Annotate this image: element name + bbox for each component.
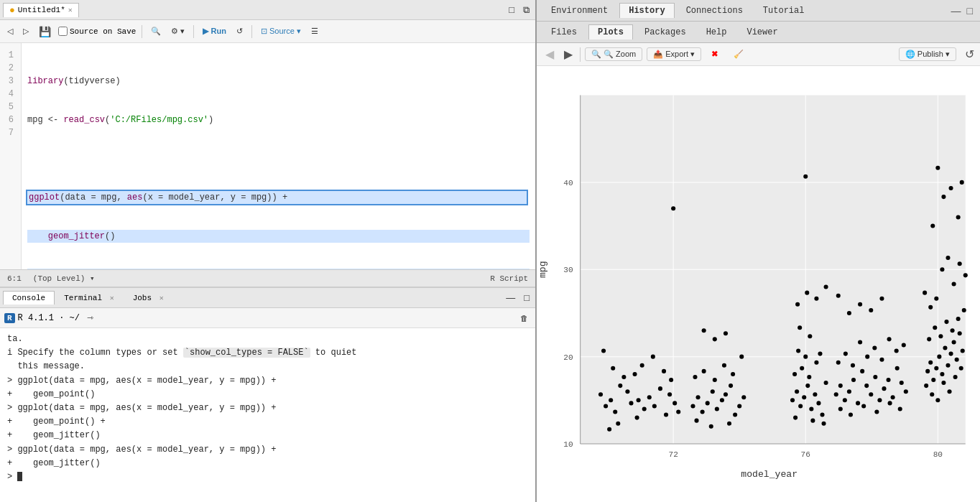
- point: [601, 349, 606, 353]
- point: [951, 328, 955, 333]
- console-maximize-btn[interactable]: □: [521, 291, 532, 305]
- broom-icon: 🧹: [734, 50, 744, 59]
- tab-viewer[interactable]: Viewer: [738, 25, 786, 39]
- point: [722, 363, 726, 368]
- publish-btn[interactable]: 🌐 Publish ▾: [899, 47, 956, 61]
- point: [805, 291, 809, 295]
- options-btn[interactable]: ☰: [308, 25, 321, 37]
- jobs-close[interactable]: ✕: [160, 294, 164, 302]
- point: [937, 355, 941, 359]
- script-type: R Script: [490, 274, 528, 283]
- code-tools-btn[interactable]: ⚙ ▾: [168, 25, 188, 37]
- point: [904, 389, 908, 394]
- right-maximize-btn[interactable]: □: [966, 4, 974, 18]
- point: [861, 404, 866, 408]
- source-on-save-text: Source on Save: [70, 27, 136, 36]
- point: [934, 297, 938, 301]
- console-content[interactable]: ta. i Specify the column types or set `s…: [0, 328, 535, 502]
- point: [962, 308, 966, 312]
- editor-tab-close[interactable]: ✕: [68, 6, 73, 14]
- plot-forward-btn[interactable]: ▶: [561, 46, 575, 62]
- undo-btn[interactable]: ◁: [4, 25, 16, 37]
- y-label-30: 30: [563, 266, 573, 274]
- editor-maximize-btn[interactable]: □: [506, 3, 517, 17]
- right-top-tab-bar: Environment History Connections Tutorial…: [537, 0, 980, 22]
- tab-files[interactable]: Files: [542, 25, 586, 39]
- console-clear-btn[interactable]: 🗑: [517, 312, 531, 324]
- console-minimize-btn[interactable]: —: [503, 291, 518, 305]
- tab-help[interactable]: Help: [698, 25, 736, 39]
- point: [671, 206, 675, 210]
- point: [944, 320, 948, 324]
- export-btn[interactable]: 📤 Export ▾: [647, 47, 701, 61]
- point: [933, 325, 937, 330]
- editor-tab-untitled1[interactable]: ● Untitled1* ✕: [3, 3, 79, 17]
- point: [902, 343, 906, 347]
- point: [690, 404, 695, 408]
- point: [887, 337, 892, 341]
- point: [955, 358, 959, 362]
- code-line-3: [27, 152, 530, 165]
- tab-packages[interactable]: Packages: [636, 25, 695, 39]
- point: [891, 395, 895, 399]
- console-line-2: i Specify the column types or set `show_…: [7, 346, 528, 360]
- console-follow-btn[interactable]: ⇾: [84, 312, 96, 324]
- tab-history[interactable]: History: [619, 3, 674, 18]
- point: [795, 302, 800, 307]
- console-line-7: + geom_point() +: [7, 415, 528, 429]
- right-minimize-btn[interactable]: —: [950, 4, 963, 18]
- point: [805, 384, 810, 388]
- console-tab-terminal[interactable]: Terminal ✕: [55, 291, 123, 305]
- tab-environment[interactable]: Environment: [542, 4, 616, 18]
- x-label-76: 76: [801, 450, 810, 459]
- redo-btn[interactable]: ▷: [20, 25, 32, 37]
- point: [795, 389, 799, 394]
- point: [652, 404, 657, 408]
- source-on-save-label[interactable]: Source on Save: [58, 27, 136, 36]
- right-bottom: Files Plots Packages Help Viewer ◀ ▶ 🔍 🔍…: [537, 22, 980, 502]
- point: [952, 282, 956, 286]
- tab-tutorial[interactable]: Tutorial: [754, 4, 813, 18]
- point: [814, 297, 818, 301]
- console-tab-jobs[interactable]: Jobs ✕: [124, 291, 173, 305]
- console-line-6: > ggplot(data = mpg, aes(x = model_year,…: [7, 401, 528, 415]
- run-btn[interactable]: ▶ Run: [200, 25, 228, 37]
- source-on-save-checkbox[interactable]: [58, 27, 68, 36]
- terminal-close[interactable]: ✕: [110, 294, 114, 302]
- zoom-btn[interactable]: 🔍 🔍 Zoom: [585, 47, 642, 61]
- point: [864, 384, 869, 388]
- rerun-btn[interactable]: ↺: [234, 25, 246, 37]
- console-tab-console[interactable]: Console: [3, 291, 55, 305]
- search-btn[interactable]: 🔍: [148, 25, 164, 37]
- clear-plots-btn[interactable]: 🧹: [728, 48, 749, 60]
- tab-plots[interactable]: Plots: [588, 24, 633, 39]
- console-line-4: > ggplot(data = mpg, aes(x = model_year,…: [7, 374, 528, 388]
- point: [931, 378, 935, 382]
- point: [669, 378, 673, 382]
- refresh-btn[interactable]: ↺: [965, 47, 974, 61]
- source-btn[interactable]: ⊡ Source ▾: [258, 25, 304, 37]
- point: [662, 369, 666, 373]
- point: [900, 381, 904, 385]
- tab-connections[interactable]: Connections: [678, 4, 752, 18]
- point: [940, 267, 944, 271]
- point: [604, 404, 608, 408]
- point: [851, 378, 856, 382]
- point: [879, 297, 884, 301]
- code-content[interactable]: library(tidyverse) mpg <- read_csv('C:/R…: [22, 43, 535, 269]
- point: [843, 352, 848, 356]
- toolbar-sep-2: [193, 25, 194, 38]
- point: [607, 427, 611, 432]
- point: [814, 361, 818, 365]
- zoom-label: 🔍 Zoom: [604, 50, 636, 59]
- plot-back-btn[interactable]: ◀: [542, 46, 557, 62]
- code-editor[interactable]: 1 2 3 4 5 6 7 library(tidyverse) mpg <- …: [0, 43, 535, 269]
- plot-area: 10 20 30 40 72 76 80 model_year mpg: [537, 66, 980, 502]
- save-btn[interactable]: 💾: [36, 24, 54, 39]
- delete-plot-btn[interactable]: ✖: [706, 48, 724, 60]
- point: [949, 352, 953, 356]
- point: [895, 366, 900, 371]
- editor-restore-btn[interactable]: ⧉: [520, 3, 532, 17]
- plot-toolbar-sep-1: [580, 47, 581, 62]
- point: [618, 384, 622, 388]
